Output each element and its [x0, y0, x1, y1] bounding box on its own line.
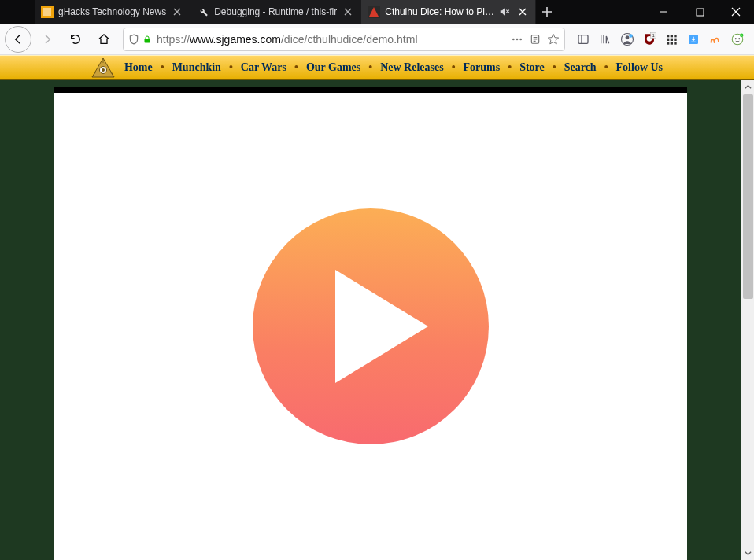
nav-newreleases[interactable]: New Releases: [380, 61, 443, 74]
reload-button[interactable]: [63, 27, 88, 52]
pyramid-logo-icon[interactable]: [91, 57, 115, 78]
ext-grid-icon[interactable]: [663, 31, 680, 48]
svg-rect-4: [697, 9, 704, 16]
tab-2[interactable]: Cthulhu Dice: How to Play: [361, 0, 536, 24]
bookmark-star-icon[interactable]: [547, 33, 560, 46]
svg-rect-18: [671, 35, 673, 37]
svg-rect-23: [667, 42, 669, 44]
svg-rect-20: [667, 38, 669, 40]
window-controls: [645, 0, 754, 24]
nav-store[interactable]: Store: [519, 61, 545, 74]
window-close-button[interactable]: [718, 0, 754, 24]
ext-gesture-icon[interactable]: [707, 31, 724, 48]
url-path: /dice/cthulhudice/demo.html: [281, 33, 418, 46]
svg-point-29: [738, 38, 740, 39]
svg-point-12: [626, 35, 630, 39]
tab-label: Debugging - Runtime / this-fir: [214, 6, 337, 17]
close-icon[interactable]: [516, 6, 529, 18]
nav-toolbar: https://www.sjgames.com/dice/cthulhudice…: [0, 24, 754, 55]
ext-library-icon[interactable]: [597, 31, 614, 48]
svg-rect-17: [667, 35, 669, 37]
svg-point-8: [519, 38, 522, 40]
mute-icon[interactable]: [499, 6, 512, 17]
shield-icon: [128, 34, 139, 45]
tab-label: gHacks Technology News: [58, 6, 166, 17]
nav-home[interactable]: Home: [124, 61, 153, 74]
close-icon[interactable]: [342, 6, 354, 18]
wrench-icon: [197, 6, 209, 18]
nav-search[interactable]: Search: [564, 61, 597, 74]
svg-text:1: 1: [652, 33, 655, 38]
minimize-button[interactable]: [645, 0, 682, 24]
nav-forums[interactable]: Forums: [464, 61, 501, 74]
ext-account-icon[interactable]: [619, 31, 636, 48]
home-button[interactable]: [91, 27, 116, 52]
url-scheme: https://: [157, 33, 190, 46]
nav-ourgames[interactable]: Our Games: [306, 61, 360, 74]
svg-rect-22: [674, 38, 676, 40]
close-icon[interactable]: [171, 6, 183, 18]
play-icon: [335, 270, 428, 383]
address-bar[interactable]: https://www.sjgames.com/dice/cthulhudice…: [123, 28, 565, 51]
favicon-sjgames: [368, 6, 380, 18]
ext-download-icon[interactable]: [685, 31, 702, 48]
video-frame: [54, 87, 687, 560]
svg-point-33: [102, 68, 105, 72]
url-text: https://www.sjgames.com/dice/cthulhudice…: [157, 33, 506, 46]
svg-rect-24: [671, 42, 673, 44]
nav-followus[interactable]: Follow Us: [616, 61, 663, 74]
vertical-scrollbar[interactable]: [741, 80, 754, 560]
url-host: www.sjgames.com: [190, 33, 281, 46]
ext-ublock-icon[interactable]: 1: [641, 31, 658, 48]
svg-rect-19: [674, 35, 676, 37]
svg-point-6: [512, 38, 515, 40]
svg-point-13: [629, 34, 633, 38]
scroll-down-icon[interactable]: [741, 547, 754, 560]
content-viewport: [0, 80, 741, 560]
scroll-up-icon[interactable]: [741, 80, 754, 94]
site-nav-bar: Home• Munchkin• Car Wars• Our Games• New…: [0, 55, 754, 80]
nav-munchkin[interactable]: Munchkin: [172, 61, 221, 74]
svg-point-7: [516, 38, 519, 40]
video-canvas[interactable]: [54, 93, 687, 560]
tab-1[interactable]: Debugging - Runtime / this-fir: [190, 0, 361, 24]
forward-button[interactable]: [35, 27, 60, 52]
maximize-button[interactable]: [682, 0, 718, 24]
tab-strip: gHacks Technology News Debugging - Runti…: [0, 0, 645, 24]
tab-label: Cthulhu Dice: How to Play: [385, 6, 494, 17]
site-identity[interactable]: [128, 34, 152, 45]
ext-greasemonkey-icon[interactable]: [729, 31, 746, 48]
ext-sidebar-icon[interactable]: [575, 31, 592, 48]
scroll-thumb[interactable]: [743, 94, 753, 299]
reader-icon[interactable]: [530, 33, 541, 46]
svg-rect-1: [43, 8, 51, 16]
back-button[interactable]: [5, 26, 31, 53]
page-body: [0, 80, 754, 560]
svg-rect-25: [674, 42, 676, 44]
svg-point-28: [735, 38, 737, 39]
nav-carwars[interactable]: Car Wars: [241, 61, 286, 74]
favicon-ghacks: [41, 6, 54, 18]
lock-icon: [142, 34, 152, 45]
play-button[interactable]: [253, 208, 489, 444]
new-tab-button[interactable]: [536, 0, 558, 24]
more-icon[interactable]: [511, 33, 523, 46]
svg-rect-21: [671, 38, 673, 40]
toolbar-extensions: 1: [571, 31, 749, 48]
svg-rect-10: [578, 35, 588, 43]
titlebar: gHacks Technology News Debugging - Runti…: [0, 0, 754, 24]
svg-rect-5: [145, 39, 150, 42]
page-action-icons: [511, 33, 560, 46]
tab-0[interactable]: gHacks Technology News: [35, 0, 190, 24]
